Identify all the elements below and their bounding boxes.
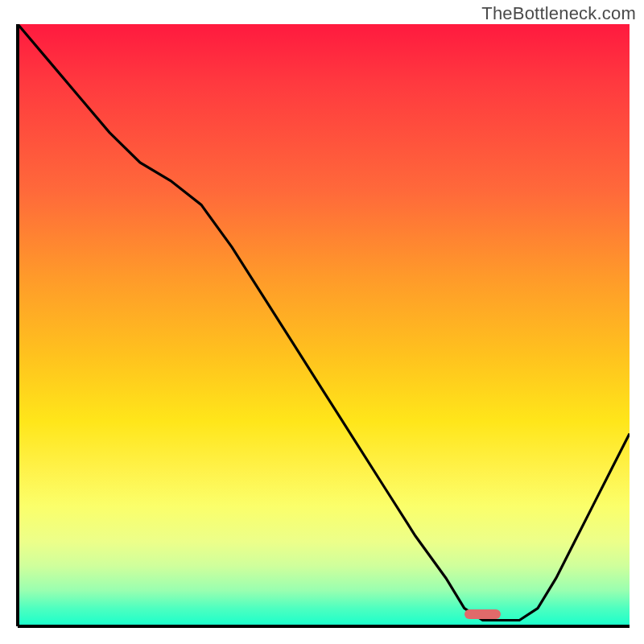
plot-area	[14, 24, 630, 630]
optimum-marker	[464, 609, 502, 618]
watermark-label: TheBottleneck.com	[481, 3, 636, 24]
gradient-background	[18, 24, 630, 626]
chart-container: TheBottleneck.com	[0, 0, 644, 644]
